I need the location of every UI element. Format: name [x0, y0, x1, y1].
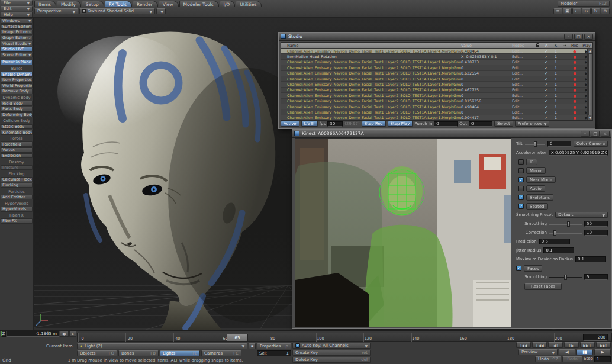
edit-nodes-button[interactable]: Edit... [512, 71, 533, 75]
active-check-icon[interactable]: ✓ [542, 60, 551, 64]
sidebar-item[interactable]: Forces ▼ [1, 136, 33, 141]
tilt-slider[interactable] [525, 141, 545, 147]
checkbox-label[interactable]: IR [526, 159, 537, 165]
active-check-icon[interactable]: ✓ [542, 115, 551, 120]
active-check-icon[interactable]: ✓ [542, 82, 551, 86]
axis-value-field[interactable]: -1.1865 m [7, 331, 59, 337]
sidebar-item[interactable]: Scene Editor ▼ [1, 53, 33, 58]
sidebar-item[interactable]: Kinematic Body ▼ [1, 130, 33, 135]
faces-smoothing-field[interactable]: 5 [584, 274, 608, 280]
scroll-down-icon[interactable]: ▼ [589, 116, 591, 120]
main-tab[interactable]: I/O [220, 1, 236, 7]
viewport-tool-icon[interactable]: ← [572, 8, 581, 14]
main-tab[interactable]: Items [34, 1, 56, 7]
channel-row[interactable]: Channel:Alien_Emissary_Nevron_Demo_Facia… [281, 49, 592, 54]
sidebar-item[interactable]: Surface Editor F5 ▼ [1, 24, 33, 30]
transport-button[interactable]: ▶▶| [596, 342, 611, 348]
menu-button[interactable]: File ▼ [1, 0, 33, 5]
edit-nodes-button[interactable]: Edit... [512, 105, 533, 109]
step-field[interactable]: 1 [594, 356, 611, 362]
main-tab[interactable]: Setup [82, 1, 104, 7]
checkbox-label[interactable]: Audio [526, 185, 545, 192]
active-check-icon[interactable]: ✓ [542, 66, 551, 70]
faces-smoothing-slider[interactable] [549, 275, 582, 280]
transport-button[interactable]: +◀◀ [532, 342, 547, 348]
record-icon[interactable]: ● [569, 105, 581, 109]
main-tab[interactable]: Modify [57, 1, 81, 7]
scrollbar-thumb[interactable] [588, 53, 592, 115]
checkbox[interactable] [518, 159, 524, 165]
setting-field[interactable]: 0.1 [575, 256, 606, 262]
active-check-icon[interactable]: ✓ [542, 105, 551, 109]
sidebar-item[interactable]: Explosion ▼ [1, 153, 33, 159]
viewport-tool-icon[interactable]: ⊙ [601, 8, 610, 14]
setting-slider[interactable] [549, 230, 582, 236]
sidebar-item[interactable]: Remove Body ▼ [1, 89, 33, 94]
setting-slider[interactable] [549, 221, 582, 227]
edit-nodes-button[interactable]: Edit... [512, 99, 533, 103]
create-key-button[interactable]: Create Key ret [292, 350, 371, 356]
channel-row[interactable]: Channel:Alien_Emissary_Nevron_Demo_Facia… [281, 71, 592, 76]
channel-row[interactable]: Channel:Alien_Emissary_Nevron_Demo_Facia… [281, 76, 592, 82]
undo-button[interactable]: Undo ^Z [535, 356, 561, 362]
sidebar-item[interactable]: Bullet ▼ [1, 66, 33, 72]
checkbox[interactable] [518, 168, 524, 173]
faces-checkbox[interactable]: ✓ [516, 266, 521, 271]
shading-options-dropdown[interactable]: ▼ [156, 8, 166, 14]
record-icon[interactable]: ● [569, 110, 581, 114]
minimize-icon[interactable]: – [581, 131, 590, 137]
preferences-dropdown[interactable]: Preferences ▼ [515, 121, 550, 127]
checkbox-label[interactable]: Seated [526, 203, 548, 210]
transport-button[interactable]: |◀◀ [516, 342, 531, 348]
active-check-icon[interactable]: ✓ [542, 49, 551, 53]
main-tab[interactable]: Render [133, 1, 158, 7]
sidebar-item[interactable]: Dynamic Body ▼ [1, 95, 33, 101]
item-type-button[interactable]: Bones +B [118, 350, 159, 356]
checkbox[interactable]: ✓ [518, 177, 524, 182]
sidebar-item[interactable]: Flocking ▼ [1, 171, 33, 176]
auto-key-toggle[interactable]: ✓ Auto Key: All Channels ▼ [292, 343, 371, 349]
play-forward-button[interactable]: ▶ [594, 349, 611, 355]
checkbox[interactable]: ✓ [518, 195, 524, 200]
shading-mode-dropdown[interactable]: Textured Shaded Solid ▼ [79, 8, 155, 14]
step-play-button[interactable]: Step Play [388, 121, 413, 127]
sidebar-item[interactable]: Static Body ▼ [1, 124, 33, 130]
active-check-icon[interactable]: ✓ [542, 99, 551, 103]
setting-field[interactable]: 0.5 [539, 239, 570, 244]
edit-nodes-button[interactable]: Edit... [512, 110, 533, 114]
sidebar-item[interactable]: Item Properties ▼ [1, 78, 33, 83]
menu-button[interactable]: Edit ▼ [1, 6, 33, 11]
sidebar-item[interactable]: Enable Dynamics ▼ [1, 72, 33, 77]
transport-button[interactable]: ||▶ [564, 342, 579, 348]
scroll-up-icon[interactable]: ▲ [589, 49, 591, 53]
sidebar-item[interactable]: Image Editor F6 ▼ [1, 30, 33, 35]
sidebar-item[interactable]: FiberFX ▼ [1, 218, 33, 224]
active-check-icon[interactable]: ✓ [542, 77, 551, 81]
main-tab[interactable]: Modeler Tools [179, 1, 219, 7]
axis-stepper[interactable]: ◀▶ [60, 331, 69, 337]
channel-row[interactable]: Channel:Alien_Emissary_Nevron_Demo_Facia… [281, 60, 592, 65]
slider-handle[interactable] [534, 141, 537, 147]
sidebar-item[interactable]: HyperVoxels ▼ [1, 207, 33, 212]
sidebar-item[interactable]: Particles ▼ [1, 189, 33, 194]
main-tab[interactable]: FX Tools [105, 1, 132, 7]
table-scrollbar[interactable]: ▲ ▼ [587, 49, 592, 120]
record-icon[interactable]: ● [569, 82, 581, 86]
record-icon[interactable]: ● [569, 77, 581, 81]
reset-faces-button[interactable]: Reset Faces [524, 283, 562, 290]
edit-nodes-button[interactable]: Edit... [512, 115, 533, 120]
edit-nodes-button[interactable]: Edit... [512, 82, 533, 86]
smoothing-preset-dropdown[interactable]: Default ▼ [555, 212, 608, 218]
checkbox-label[interactable]: Near Mode [526, 176, 556, 183]
channel-row[interactable]: Channel:Alien_Emissary_Nevron_Demo_Facia… [281, 65, 592, 70]
modeler-button[interactable]: Modeler F12 [558, 1, 610, 7]
sidebar-item[interactable]: HyperVoxels ▼ [1, 201, 33, 206]
preview-dropdown[interactable]: Preview ▼ [518, 349, 558, 355]
punch-out-field[interactable]: 0 [469, 121, 492, 127]
sidebar-item[interactable]: Rigid Body ▼ [1, 101, 33, 106]
checkbox-label[interactable]: Mirror [526, 167, 546, 174]
record-icon[interactable]: ● [569, 71, 581, 75]
edit-nodes-button[interactable]: Edit... [512, 66, 533, 70]
setting-field[interactable]: 0.1 [543, 247, 574, 253]
edit-nodes-button[interactable]: Edit... [512, 88, 533, 92]
